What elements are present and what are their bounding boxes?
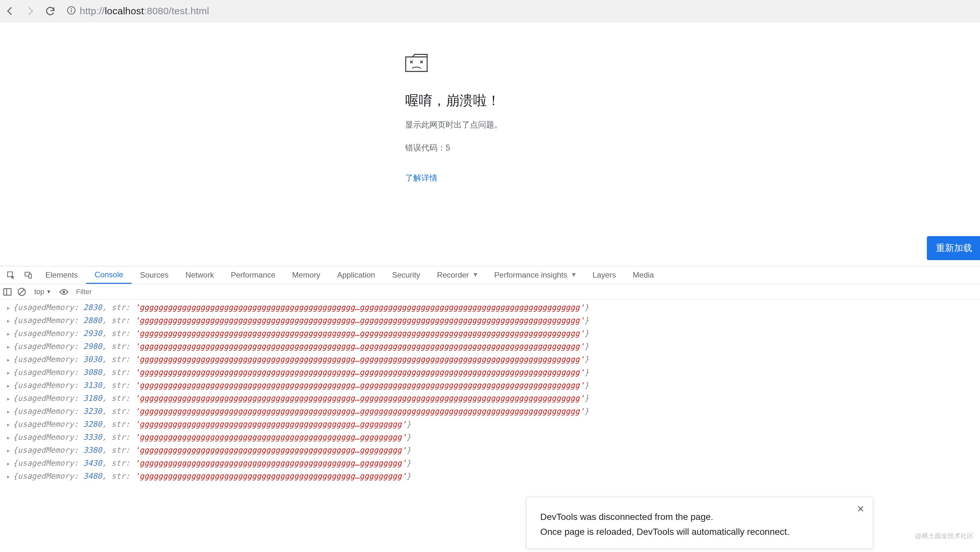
error-title: 喔唷，崩溃啦！ [405,91,600,110]
url-bar[interactable]: http://localhost:8080/test.html [67,3,975,19]
svg-rect-9 [29,274,32,278]
log-row[interactable]: ▸{usagedMemory: 2930, str: 'gggggggggggg… [0,327,980,340]
url-text: http://localhost:8080/test.html [80,5,209,16]
expand-icon[interactable]: ▸ [6,434,10,441]
site-info-icon[interactable] [67,6,76,16]
log-row[interactable]: ▸{usagedMemory: 3230, str: 'gggggggggggg… [0,405,980,418]
info-icon [67,6,76,15]
expand-icon[interactable]: ▸ [6,395,10,402]
log-row[interactable]: ▸{usagedMemory: 3480, str: 'gggggggggggg… [0,470,980,483]
watermark: @稀土掘金技术社区 [915,531,974,540]
svg-point-14 [63,290,65,293]
log-row[interactable]: ▸{usagedMemory: 3280, str: 'gggggggggggg… [0,418,980,431]
disconnect-line2: Once page is reloaded, DevTools will aut… [540,525,859,539]
forward-button[interactable] [25,5,36,16]
log-row[interactable]: ▸{usagedMemory: 3030, str: 'gggggggggggg… [0,353,980,366]
expand-icon[interactable]: ▸ [6,408,10,415]
tab-layers[interactable]: Layers [584,266,625,284]
log-row[interactable]: ▸{usagedMemory: 2830, str: 'gggggggggggg… [0,301,980,314]
tab-elements[interactable]: Elements [37,266,86,284]
log-row[interactable]: ▸{usagedMemory: 3330, str: 'gggggggggggg… [0,431,980,444]
device-toggle-icon[interactable] [23,270,33,280]
experimental-icon [572,273,576,277]
learn-more-link[interactable]: 了解详情 [405,173,438,182]
devtools-tabs: ElementsConsoleSourcesNetworkPerformance… [0,266,980,284]
expand-icon[interactable]: ▸ [6,356,10,364]
arrow-right-icon [25,5,36,16]
expand-icon[interactable]: ▸ [6,421,10,428]
svg-rect-2 [71,10,72,12]
ban-icon [17,287,27,297]
expand-icon[interactable]: ▸ [6,447,10,455]
reload-page-button[interactable]: 重新加载 [927,236,980,260]
log-row[interactable]: ▸{usagedMemory: 3130, str: 'gggggggggggg… [0,379,980,392]
eye-icon [59,287,69,297]
reload-nav-button[interactable] [45,5,56,16]
svg-line-13 [19,289,24,294]
devtools-tabs-container: ElementsConsoleSourcesNetworkPerformance… [37,266,662,284]
live-expression-button[interactable] [59,287,69,297]
log-row[interactable]: ▸{usagedMemory: 2980, str: 'gggggggggggg… [0,340,980,353]
expand-icon[interactable]: ▸ [6,472,10,480]
svg-rect-10 [4,289,11,295]
svg-point-1 [71,8,72,9]
disconnect-line1: DevTools was disconnected from the page. [540,509,859,525]
error-content: 喔唷，崩溃啦！ 显示此网页时出了点问题。 错误代码：5 了解详情 [405,53,600,183]
devtools-disconnect-popup: ✕ DevTools was disconnected from the pag… [526,497,873,549]
expand-icon[interactable]: ▸ [6,459,10,467]
tab-application[interactable]: Application [329,266,383,284]
back-button[interactable] [5,5,16,16]
log-row[interactable]: ▸{usagedMemory: 2880, str: 'gggggggggggg… [0,314,980,327]
tab-recorder[interactable]: Recorder [428,266,486,284]
tab-performance[interactable]: Performance [222,266,283,284]
select-icon [6,271,15,279]
expand-icon[interactable]: ▸ [6,330,10,338]
error-code: 错误代码：5 [405,142,600,153]
nav-buttons [5,5,56,16]
tab-network[interactable]: Network [177,266,222,284]
console-filter-input[interactable] [73,286,138,297]
expand-icon[interactable]: ▸ [6,317,10,325]
log-row[interactable]: ▸{usagedMemory: 3380, str: 'gggggggggggg… [0,444,980,457]
toggle-sidebar-button[interactable] [3,287,12,297]
experimental-icon [474,273,477,277]
log-row[interactable]: ▸{usagedMemory: 3430, str: 'gggggggggggg… [0,457,980,470]
close-popup-button[interactable]: ✕ [857,504,864,514]
devtools-panel: ElementsConsoleSourcesNetworkPerformance… [0,266,980,552]
dead-folder-icon [405,53,428,72]
sidebar-icon [3,287,12,297]
reload-icon [45,5,56,16]
expand-icon[interactable]: ▸ [6,343,10,351]
tab-media[interactable]: Media [625,266,662,284]
inspect-element-icon[interactable] [6,270,16,280]
error-subtitle: 显示此网页时出了点问题。 [405,120,600,130]
tab-memory[interactable]: Memory [284,266,329,284]
execution-context-selector[interactable]: top▼ [31,288,54,296]
error-page: 喔唷，崩溃啦！ 显示此网页时出了点问题。 错误代码：5 了解详情 重新加载 [0,22,980,265]
console-filter-bar: top▼ [0,284,980,300]
console-log[interactable]: ▸{usagedMemory: 2830, str: 'gggggggggggg… [0,300,980,484]
expand-icon[interactable]: ▸ [6,304,10,312]
arrow-left-icon [5,5,16,16]
tab-performance-insights[interactable]: Performance insights [486,266,584,284]
tab-security[interactable]: Security [384,266,429,284]
devices-icon [24,271,32,279]
log-row[interactable]: ▸{usagedMemory: 3080, str: 'gggggggggggg… [0,366,980,379]
log-row[interactable]: ▸{usagedMemory: 3180, str: 'gggggggggggg… [0,392,980,405]
browser-toolbar: http://localhost:8080/test.html [0,0,980,22]
expand-icon[interactable]: ▸ [6,369,10,377]
tab-console[interactable]: Console [86,266,132,284]
clear-console-button[interactable] [17,287,27,297]
tab-sources[interactable]: Sources [132,266,177,284]
expand-icon[interactable]: ▸ [6,382,10,389]
